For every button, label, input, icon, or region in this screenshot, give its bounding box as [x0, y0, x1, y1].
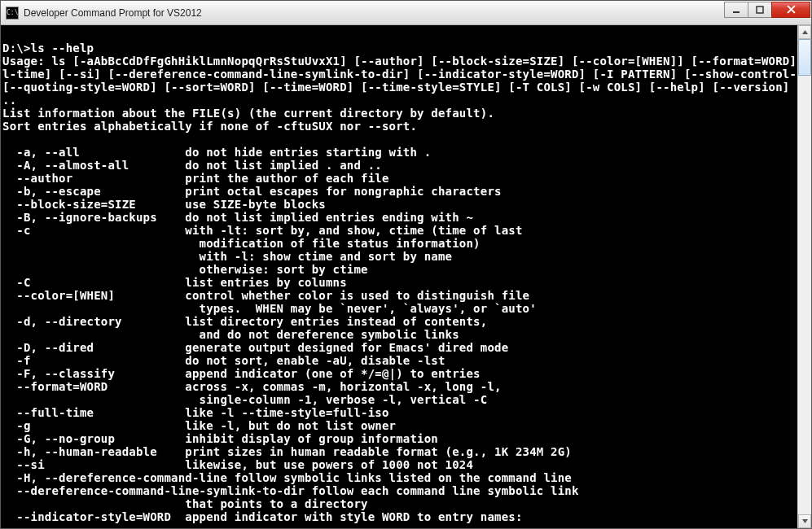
window-controls	[725, 2, 810, 18]
client-area: D:\>ls --help Usage: ls [-aAbBcCdDfFgGhH…	[1, 25, 811, 528]
svg-rect-1	[757, 7, 763, 13]
svg-marker-5	[802, 519, 808, 523]
window-title: Developer Command Prompt for VS2012	[24, 7, 725, 19]
vertical-scrollbar[interactable]	[797, 25, 811, 528]
close-button[interactable]	[771, 2, 810, 18]
scroll-thumb[interactable]	[798, 39, 811, 76]
scroll-track[interactable]	[798, 39, 811, 514]
scroll-down-button[interactable]	[798, 514, 811, 528]
app-icon: C:\	[6, 7, 19, 20]
scroll-up-button[interactable]	[798, 25, 811, 39]
maximize-button[interactable]	[748, 2, 772, 18]
terminal-output[interactable]: D:\>ls --help Usage: ls [-aAbBcCdDfFgGhH…	[1, 25, 797, 528]
minimize-button[interactable]	[724, 2, 748, 18]
titlebar[interactable]: C:\ Developer Command Prompt for VS2012	[1, 1, 811, 25]
command-prompt-window: C:\ Developer Command Prompt for VS2012 …	[0, 0, 812, 529]
svg-marker-4	[802, 30, 808, 34]
